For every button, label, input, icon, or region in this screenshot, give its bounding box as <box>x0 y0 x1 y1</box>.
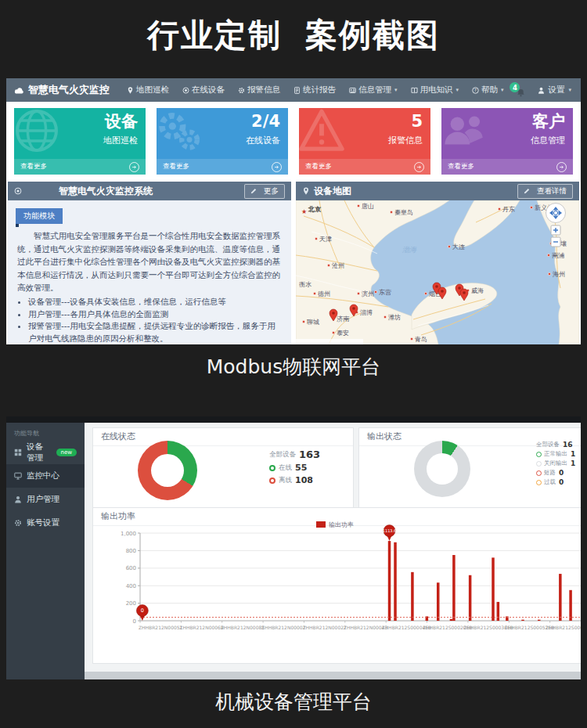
nav-item-3[interactable]: 报警信息 <box>238 85 280 96</box>
stat-tile-2[interactable]: 2/4在线设备查看更多 <box>157 108 288 175</box>
city-dot <box>547 254 549 256</box>
nav-item-6[interactable]: 用电知识▾ <box>411 85 459 96</box>
tab-function-modules[interactable]: 功能模块 <box>16 208 63 224</box>
city-label: 威海 <box>471 287 484 294</box>
city-label: 北京 <box>308 206 322 213</box>
nav-item-label: 统计报告 <box>303 85 336 96</box>
device-icon <box>182 87 189 94</box>
device-map-title: 设备地图 <box>314 185 351 198</box>
device-map[interactable]: 渤海★北京天津唐山秦皇岛大连丹东新义州平壤南浦海州沧州衡水德州滨州东营聊城济南淄… <box>296 200 579 344</box>
map-compass-control[interactable] <box>546 204 566 223</box>
stat-tile-4[interactable]: 客户信息管理查看更多 <box>441 108 573 175</box>
x-axis-label: ZHHBR212N00069 <box>179 625 224 630</box>
app-brand-label: 智慧电气火灾监控 <box>28 83 110 97</box>
city-label: 大连 <box>452 243 465 250</box>
nav-item-7[interactable]: ?帮助▾ <box>472 85 504 96</box>
tile-main: 客户信息管理 <box>441 108 573 159</box>
city-dot <box>410 337 412 340</box>
city-label: 德州 <box>318 290 330 297</box>
legend-total-row: 全部设备163 <box>269 449 320 460</box>
city-label: 衡水 <box>299 281 312 288</box>
legend-row: 短路0 <box>536 469 575 477</box>
pencil-icon <box>524 188 530 194</box>
more-button[interactable]: 更多 <box>244 184 285 199</box>
legend-ring-icon <box>536 470 542 476</box>
page-title-right: 案例截图 <box>305 16 440 54</box>
map-zoom-out-button[interactable] <box>551 237 560 247</box>
tile-footer[interactable]: 查看更多 <box>441 159 573 175</box>
sidebar-item-2[interactable]: 监控中心 <box>6 464 85 488</box>
city-dot <box>357 292 359 294</box>
city-label: 东营 <box>379 289 391 296</box>
power-bar <box>569 590 572 621</box>
nav-item-5[interactable]: 信息管理▾ <box>349 85 398 96</box>
power-bar <box>411 572 414 621</box>
pencil-icon <box>250 188 257 194</box>
system-description: 智慧式用电安全管理服务平台是一个综合性用电安全数据监控管理系统，通过电气火灾监控… <box>17 229 282 294</box>
feature-bullet: 报警管理---用电安全隐患提醒，提供远程专业的诊断报告，服务于用户对电气线路隐患… <box>28 320 283 344</box>
device-map-svg: 渤海★北京天津唐山秦皇岛大连丹东新义州平壤南浦海州沧州衡水德州滨州东营聊城济南淄… <box>296 200 579 344</box>
sidebar-item-label: 用户管理 <box>27 494 59 505</box>
stat-tile-1[interactable]: 设备地图巡检查看更多 <box>14 108 146 175</box>
legend-ring-icon <box>269 478 275 484</box>
power-bar <box>450 619 453 621</box>
view-more-label: 查看更多 <box>448 162 474 171</box>
top-navbar: 智慧电气火灾监控 地图巡检在线设备报警信息统计报告信息管理▾用电知识▾?帮助▾ … <box>6 78 581 102</box>
tile-main: 设备地图巡检 <box>14 108 146 159</box>
x-axis-label: ZHHBR212N00027 <box>302 625 347 630</box>
value-marker: 0 <box>136 605 148 622</box>
nav-item-4[interactable]: 统计报告 <box>294 85 336 96</box>
gears-icon <box>157 108 202 153</box>
map-zoom-in-button[interactable] <box>551 225 560 235</box>
browser-top-strip <box>6 416 581 423</box>
sidebar: 功能导航 设备管理new监控中心用户管理账号设置 <box>6 423 85 679</box>
city-dot <box>313 292 315 294</box>
app-brand[interactable]: 智慧电气火灾监控 <box>14 83 110 97</box>
stat-tile-3[interactable]: 5报警信息查看更多 <box>299 108 430 175</box>
view-more-label: 查看更多 <box>163 162 189 171</box>
monitor-icon <box>14 472 22 480</box>
tile-footer[interactable]: 查看更多 <box>157 159 288 175</box>
warning-icon <box>299 108 344 153</box>
output-status-panel: 输出状态 全部设备16正常输出1关闭输出1短路0过载0 <box>358 427 581 509</box>
notifications-button[interactable]: 4 <box>510 83 525 97</box>
view-details-button[interactable]: 查看详情 <box>517 184 573 199</box>
arrow-right-icon <box>556 162 567 172</box>
sidebar-item-1[interactable]: 设备管理new <box>6 441 85 464</box>
system-info-body: 功能模块 智慧式用电安全管理服务平台是一个综合性用电安全数据监控管理系统，通过电… <box>8 200 291 344</box>
nav-item-label: 帮助 <box>481 85 498 96</box>
tile-footer[interactable]: 查看更多 <box>299 159 430 175</box>
nav-item-2[interactable]: 在线设备 <box>182 85 225 96</box>
sidebar-item-4[interactable]: 账号设置 <box>6 511 85 535</box>
arrow-right-icon <box>272 162 282 172</box>
online-status-title: 在线状态 <box>93 428 353 446</box>
online-status-panel: 在线状态 全部设备163在线55离线108 <box>92 427 354 509</box>
value-marker: 1113.6 <box>383 525 397 542</box>
legend-ring-icon <box>536 480 542 485</box>
city-label: 天津 <box>319 236 332 243</box>
city-label: 青岛 <box>414 336 427 343</box>
system-info-panel: 智慧电气火灾监控系统 更多 功能模块 智慧式用电安全管理服务平台是一个综合性用电… <box>8 182 291 344</box>
sidebar-item-3[interactable]: 用户管理 <box>6 488 85 511</box>
city-dot <box>390 211 392 213</box>
legend-row: 在线55 <box>269 463 320 473</box>
tile-label: 在线设备 <box>246 135 280 146</box>
power-bar <box>492 557 495 621</box>
city-label: 潍坊 <box>388 314 401 321</box>
gear-icon <box>14 519 22 527</box>
nav-item-label: 在线设备 <box>192 85 225 96</box>
stat-tiles: 设备地图巡检查看更多2/4在线设备查看更多5报警信息查看更多客户信息管理查看更多 <box>14 108 573 175</box>
city-label: 滨州 <box>362 290 374 297</box>
city-dot <box>548 272 550 275</box>
nav-item-label: 报警信息 <box>247 85 280 96</box>
city-dot <box>327 264 330 266</box>
tile-label: 地图巡检 <box>103 135 138 146</box>
main-content: 在线状态 全部设备163在线55离线108 输出状态 全部设备16正常输出1关闭… <box>85 423 581 679</box>
settings-label: 设置 <box>548 85 564 96</box>
nav-item-1[interactable]: 地图巡检 <box>127 85 169 96</box>
online-status-legend: 全部设备163在线55离线108 <box>269 449 320 488</box>
city-dot <box>448 245 450 247</box>
tile-footer[interactable]: 查看更多 <box>14 159 146 175</box>
settings-menu[interactable]: 设置 ▾ <box>538 85 571 96</box>
x-axis-label: ZHHBR212S000686B <box>546 625 581 630</box>
